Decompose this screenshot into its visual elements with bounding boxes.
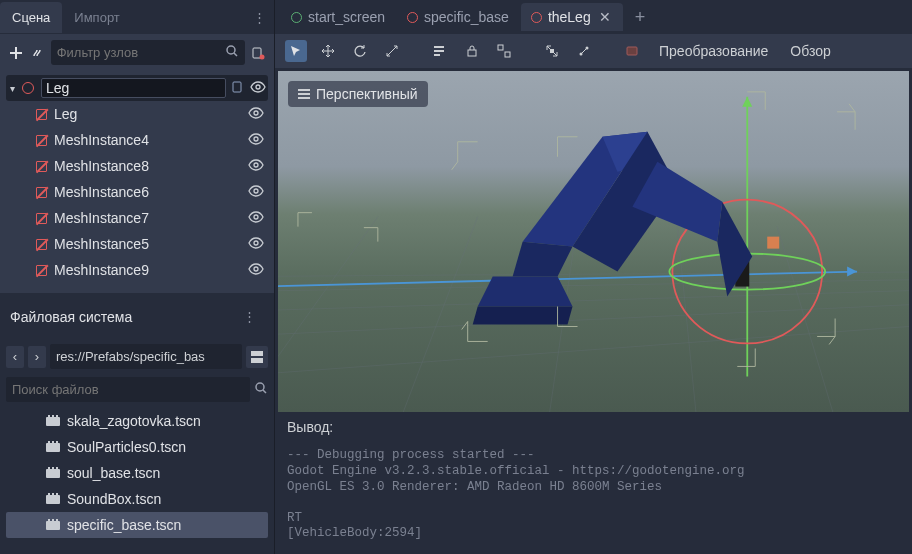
file-name: SoundBox.tscn [67,491,161,507]
tree-node[interactable]: MeshInstance5 [6,231,268,257]
viewport-3d[interactable]: Перспективный [278,71,909,412]
svg-point-14 [256,383,264,391]
svg-marker-70 [513,242,573,277]
filesystem-nav: ‹ › [0,340,274,373]
tab-scene[interactable]: Сцена [0,2,62,33]
node-label: MeshInstance8 [54,158,242,174]
svg-rect-29 [52,493,54,496]
svg-marker-58 [742,97,752,107]
snap-tool[interactable] [541,40,563,62]
mesh-node-icon [34,133,48,147]
editor-tab[interactable]: start_screen [281,3,395,31]
svg-line-47 [278,289,909,312]
svg-point-2 [260,54,265,59]
svg-rect-15 [46,417,60,426]
mesh-node-icon [34,211,48,225]
scene-filter-input[interactable] [57,45,225,60]
svg-rect-16 [48,415,50,418]
visibility-toggle-icon[interactable] [248,107,264,122]
tree-node[interactable]: MeshInstance9 [6,257,268,283]
svg-rect-28 [48,493,50,496]
group-tool[interactable] [493,40,515,62]
mesh-node-icon [34,107,48,121]
viewport-toolbar: Преобразование Обзор [275,34,912,68]
snap-config-tool[interactable] [573,40,595,62]
file-name: SoulParticles0.tscn [67,439,186,455]
instance-scene-button[interactable] [29,42,44,64]
tab-label: theLeg [548,9,591,25]
filesystem-item[interactable]: SoundBox.tscn [6,486,268,512]
tree-node[interactable]: Leg [6,101,268,127]
filesystem-search [0,373,274,406]
scene-file-icon [46,441,60,453]
file-name: specific_base.tscn [67,517,181,533]
rotate-tool[interactable] [349,40,371,62]
svg-rect-32 [48,519,50,522]
close-tab-icon[interactable]: ✕ [597,9,613,25]
visibility-toggle-icon[interactable] [248,185,264,200]
tab-import[interactable]: Импорт [62,2,131,33]
tree-node[interactable]: MeshInstance8 [6,153,268,179]
output-body[interactable]: --- Debugging process started --- Godot … [275,442,912,554]
search-icon[interactable] [225,44,239,61]
filesystem-path-input[interactable] [50,344,242,369]
visibility-toggle-icon[interactable] [248,237,264,252]
svg-rect-23 [46,469,60,478]
view-menu[interactable]: Обзор [784,40,836,62]
svg-rect-17 [52,415,54,418]
svg-rect-30 [56,493,58,496]
svg-rect-61 [767,237,779,249]
filesystem-menu-icon[interactable]: ⋮ [235,301,264,332]
scene-file-icon [46,493,60,505]
svg-rect-27 [46,495,60,504]
expand-arrow-icon[interactable]: ▾ [10,83,15,94]
node-label: Leg [54,106,242,122]
filesystem-item[interactable]: soul_base.tscn [6,460,268,486]
svg-marker-56 [847,267,857,277]
svg-point-7 [254,163,258,167]
scene-tree: ▾ Leg MeshInstance4 MeshInstance8 MeshIn… [0,71,274,293]
script-badge-icon[interactable] [232,81,244,95]
visibility-toggle-icon[interactable] [248,159,264,174]
svg-line-51 [398,217,478,413]
visibility-toggle-icon[interactable] [248,263,264,278]
camera-tool[interactable] [621,40,643,62]
list-select-tool[interactable] [429,40,451,62]
svg-point-10 [254,241,258,245]
editor-tab[interactable]: specific_base [397,3,519,31]
svg-line-53 [677,227,697,413]
svg-rect-18 [56,415,58,418]
scene-file-icon [46,519,60,531]
filesystem-item[interactable]: skala_zagotovka.tscn [6,408,268,434]
search-icon[interactable] [254,381,268,398]
nav-forward-button[interactable]: › [28,346,46,368]
filesystem-item[interactable]: specific_base.tscn [6,512,268,538]
left-panel: Сцена Импорт ⋮ ▾ [0,0,275,554]
move-tool[interactable] [317,40,339,62]
attach-script-button[interactable] [251,42,266,64]
tree-node[interactable]: MeshInstance4 [6,127,268,153]
filesystem-item[interactable]: SoulParticles0.tscn [6,434,268,460]
filesystem-search-input[interactable] [6,377,250,402]
transform-menu[interactable]: Преобразование [653,40,774,62]
nav-back-button[interactable]: ‹ [6,346,24,368]
visibility-toggle-icon[interactable] [248,133,264,148]
tree-node-root[interactable]: ▾ [6,75,268,101]
right-panel: start_screen specific_base theLeg ✕+ Пре… [275,0,912,554]
editor-tab[interactable]: theLeg ✕ [521,3,623,31]
new-tab-button[interactable]: + [625,1,656,34]
svg-rect-21 [52,441,54,444]
visibility-toggle-icon[interactable] [250,81,266,96]
scale-tool[interactable] [381,40,403,62]
lock-tool[interactable] [461,40,483,62]
tree-node[interactable]: MeshInstance6 [6,179,268,205]
dock-menu-icon[interactable]: ⋮ [245,2,274,33]
tree-node[interactable]: MeshInstance7 [6,205,268,231]
scene-file-icon [46,415,60,427]
mesh-node-icon [34,237,48,251]
add-node-button[interactable] [8,42,23,64]
visibility-toggle-icon[interactable] [248,211,264,226]
node-name-input[interactable] [41,78,226,98]
view-mode-toggle[interactable] [246,346,268,368]
select-tool[interactable] [285,40,307,62]
